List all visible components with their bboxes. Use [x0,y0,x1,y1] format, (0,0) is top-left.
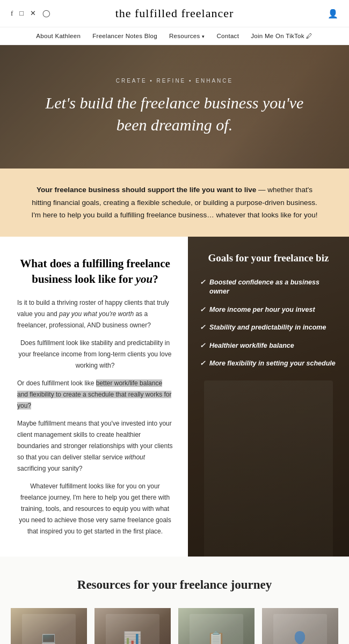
intro-band: Your freelance business should support t… [0,169,349,237]
nav-tiktok[interactable]: Join Me On TikTok 🖊 [251,33,312,39]
nav-blog[interactable]: Freelancer Notes Blog [92,33,157,39]
left-heading: What does a fulfilling freelance busines… [17,256,173,288]
resources-section: Resources for your freelance journey 💻 U… [0,557,349,644]
pinterest-icon[interactable]: ◯ [42,9,50,18]
goals-title: Goals for your freelance biz [200,252,337,265]
nav-contact[interactable]: Contact [216,33,239,39]
right-col: Goals for your freelance biz ✓ Boosted c… [188,237,349,557]
left-para-4: Maybe fulfillment means that you've inve… [17,418,173,474]
intro-text: Your freelance business should support t… [27,184,322,222]
resource-img-2: 📊 [94,608,171,644]
goal-item-2: ✓ More income per hour you invest [200,305,337,315]
resource-card-3: 📋 Freelancer Financial & Business Model … [178,608,255,644]
hero-tagline: CREATE • REFINE • ENHANCE [32,78,317,84]
goal-item-4: ✓ Healthier work/life balance [200,341,337,351]
check-icon-4: ✓ [200,341,205,351]
resources-title: Resources for your freelance journey [11,578,338,592]
resource-card-2: 📊 Freelancer Hourly Rate Calculator Figu… [94,608,171,644]
check-icon-3: ✓ [200,323,205,333]
resource-card-4: 👤 24k Sold Freelancer Sales System Learn… [262,608,338,644]
resource-img-4: 👤 [262,608,338,644]
hero-section: CREATE • REFINE • ENHANCE Let's build th… [0,45,349,169]
right-col-content: Goals for your freelance biz ✓ Boosted c… [188,237,349,392]
resource-card-1: 💻 Ultimate Freelancer Tools Directory My… [11,608,87,644]
two-col-section: What does a fulfilling freelance busines… [0,237,349,557]
dropdown-arrow-icon: ▾ [202,34,205,39]
left-col: What does a fulfilling freelance busines… [0,237,188,557]
instagram-icon[interactable]: □ [19,9,24,18]
main-nav: About Kathleen Freelancer Notes Blog Res… [0,27,349,45]
resource-img-1: 💻 [11,608,87,644]
left-para-2: Does fulfillment look like stability and… [17,338,173,371]
check-icon-2: ✓ [200,305,205,315]
nav-about[interactable]: About Kathleen [36,33,81,39]
resources-grid: 💻 Ultimate Freelancer Tools Directory My… [11,608,338,644]
top-bar: f □ ✕ ◯ the fulfilled freelancer 👤 [0,0,349,27]
hero-headline: Let's build the freelance business you'v… [32,92,317,136]
social-icons: f □ ✕ ◯ [11,9,54,18]
goal-item-1: ✓ Boosted confidence as a business owner [200,278,337,297]
user-icon[interactable]: 👤 [328,9,338,19]
check-icon-1: ✓ [200,278,205,288]
goal-item-5: ✓ More flexibility in setting your sched… [200,359,337,369]
left-para-5: Whatever fulfillment looks like for you … [17,481,173,537]
resource-img-3: 📋 [178,608,255,644]
facebook-icon[interactable]: f [11,9,13,18]
intro-bold: Your freelance business should support t… [37,186,256,194]
check-icon-5: ✓ [200,359,205,369]
left-para-3: Or does fulfillment look like better wor… [17,378,173,412]
site-title: the fulfilled freelancer [54,6,295,20]
hero-content: CREATE • REFINE • ENHANCE Let's build th… [0,67,349,147]
goal-item-3: ✓ Stability and predictability in income [200,323,337,333]
left-para-1: Is it to build a thriving roster of happ… [17,297,173,331]
nav-resources[interactable]: Resources ▾ [169,33,205,39]
twitter-icon[interactable]: ✕ [30,9,36,18]
